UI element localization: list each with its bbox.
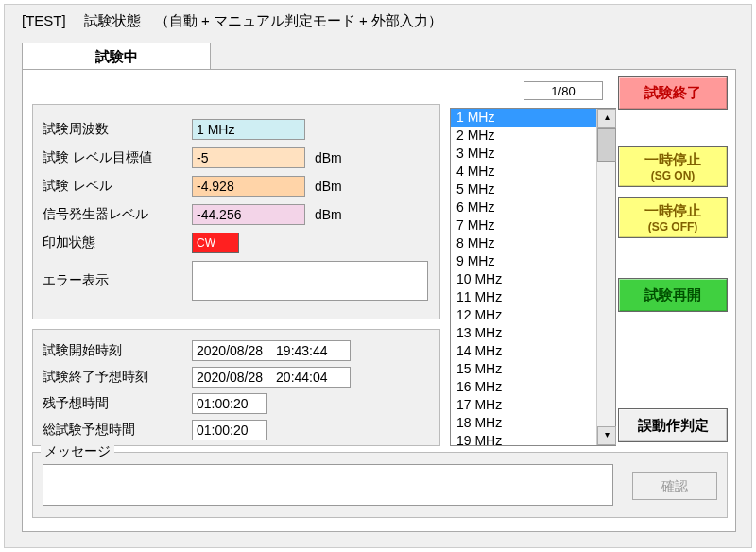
message-box: メッセージ 確認: [32, 452, 728, 518]
message-field: [43, 464, 613, 506]
freq-item[interactable]: 3 MHz: [451, 145, 596, 163]
freq-item[interactable]: 7 MHz: [451, 216, 596, 234]
resume-button[interactable]: 試験再開: [618, 278, 728, 312]
tab-testing[interactable]: 試験中: [22, 43, 211, 69]
freq-item[interactable]: 12 MHz: [451, 306, 596, 324]
pause-sgon-l1: 一時停止: [644, 151, 701, 169]
freq-item[interactable]: 10 MHz: [451, 270, 596, 288]
value-total-time: 01:00:20: [192, 420, 267, 440]
value-start-time: 2020/08/28 19:43:44: [192, 340, 351, 361]
label-level: 試験 レベル: [43, 178, 192, 195]
value-remain-time: 01:00:20: [192, 393, 267, 414]
freq-item[interactable]: 15 MHz: [451, 360, 596, 378]
label-apply: 印加状態: [43, 234, 192, 251]
message-label: メッセージ: [41, 443, 114, 460]
freq-item[interactable]: 8 MHz: [451, 234, 596, 252]
value-freq: 1 MHz: [192, 119, 305, 140]
frequency-listbox[interactable]: 1 MHz2 MHz3 MHz4 MHz5 MHz6 MHz7 MHz8 MHz…: [450, 108, 616, 446]
unit-level: dBm: [315, 179, 342, 194]
pause-sgoff-l2: (SG OFF): [648, 220, 698, 233]
value-error: [192, 261, 428, 301]
value-apply: CW: [192, 233, 239, 253]
freq-item[interactable]: 1 MHz: [451, 109, 596, 127]
value-end-time: 2020/08/28 20:44:04: [192, 367, 351, 388]
window-title: [TEST] 試験状態 （自動 + マニュアル判定モード + 外部入力）: [22, 12, 442, 30]
times-box: 試験開始時刻 2020/08/28 19:43:44 試験終了予想時刻 2020…: [32, 329, 440, 446]
window: [TEST] 試験状態 （自動 + マニュアル判定モード + 外部入力） 試験中…: [4, 4, 752, 548]
freq-item[interactable]: 19 MHz: [451, 432, 596, 445]
freq-item[interactable]: 13 MHz: [451, 324, 596, 342]
freq-item[interactable]: 6 MHz: [451, 198, 596, 216]
scroll-down-icon[interactable]: ▾: [597, 426, 616, 445]
scrollbar[interactable]: ▴ ▾: [596, 109, 615, 445]
value-level: -4.928: [192, 176, 305, 197]
label-sg: 信号発生器レベル: [43, 206, 192, 223]
main-panel: 1/80 試験周波数 1 MHz 試験 レベル目標値 -5 dBm 試験 レベル…: [22, 69, 736, 532]
pause-sgon-l2: (SG ON): [651, 169, 696, 182]
pause-sgoff-l1: 一時停止: [644, 202, 701, 220]
freq-item[interactable]: 18 MHz: [451, 414, 596, 432]
freq-item[interactable]: 11 MHz: [451, 288, 596, 306]
params-box: 試験周波数 1 MHz 試験 レベル目標値 -5 dBm 試験 レベル -4.9…: [32, 104, 440, 319]
freq-item[interactable]: 4 MHz: [451, 163, 596, 181]
label-total-time: 総試験予想時間: [43, 422, 192, 439]
value-sg: -44.256: [192, 204, 305, 225]
scroll-thumb[interactable]: [597, 128, 616, 162]
unit-sg: dBm: [315, 207, 342, 222]
label-start-time: 試験開始時刻: [43, 342, 192, 359]
pause-sgon-button[interactable]: 一時停止 (SG ON): [618, 146, 728, 187]
pause-sgoff-button[interactable]: 一時停止 (SG OFF): [618, 197, 728, 238]
end-test-button[interactable]: 試験終了: [618, 76, 728, 110]
freq-item[interactable]: 17 MHz: [451, 396, 596, 414]
scroll-up-icon[interactable]: ▴: [597, 109, 616, 128]
unit-target: dBm: [315, 150, 342, 165]
label-remain-time: 残予想時間: [43, 395, 192, 412]
confirm-button[interactable]: 確認: [632, 472, 717, 500]
label-end-time: 試験終了予想時刻: [43, 369, 192, 386]
value-target: -5: [192, 147, 305, 168]
label-target: 試験 レベル目標値: [43, 149, 192, 166]
label-error: エラー表示: [43, 272, 192, 289]
judge-button[interactable]: 誤動作判定: [618, 408, 728, 442]
step-counter: 1/80: [524, 81, 603, 100]
label-freq: 試験周波数: [43, 121, 192, 138]
freq-item[interactable]: 14 MHz: [451, 342, 596, 360]
freq-item[interactable]: 2 MHz: [451, 127, 596, 145]
freq-item[interactable]: 16 MHz: [451, 378, 596, 396]
freq-item[interactable]: 5 MHz: [451, 181, 596, 198]
freq-item[interactable]: 9 MHz: [451, 252, 596, 270]
